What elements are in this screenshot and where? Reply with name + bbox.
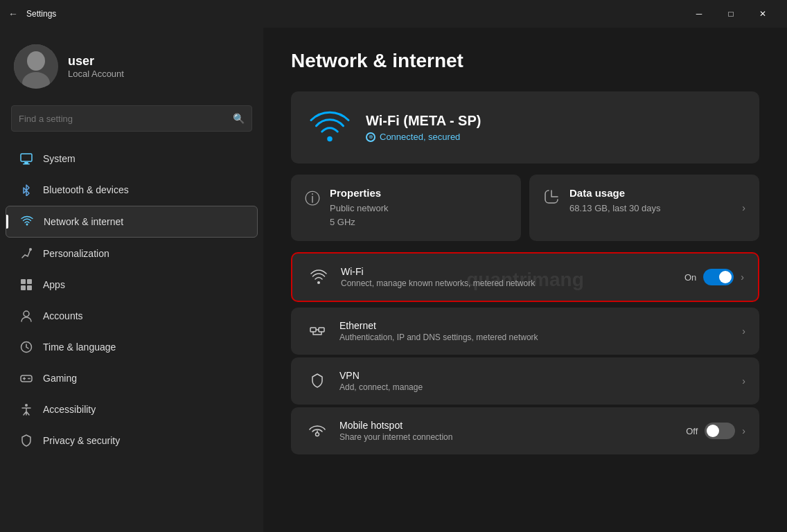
svg-rect-7 bbox=[21, 279, 26, 284]
time-icon bbox=[19, 340, 33, 354]
wifi-setting-card: Wi-Fi Connect, manage known networks, me… bbox=[291, 252, 759, 302]
ethernet-setting-row[interactable]: Ethernet Authentication, IP and DNS sett… bbox=[291, 308, 759, 355]
vpn-chevron: › bbox=[742, 375, 745, 387]
title-bar-controls: ─ □ ✕ bbox=[683, 3, 779, 25]
sidebar-item-accessibility[interactable]: Accessibility bbox=[6, 394, 258, 425]
svg-point-17 bbox=[327, 136, 333, 142]
sidebar-item-bluetooth-label: Bluetooth & devices bbox=[43, 184, 129, 195]
title-bar-left: ← Settings bbox=[8, 8, 56, 19]
network-icon bbox=[20, 215, 34, 229]
ethernet-icon bbox=[305, 319, 330, 344]
wifi-setting-desc: Connect, manage known networks, metered … bbox=[341, 278, 675, 288]
sidebar-item-time[interactable]: Time & language bbox=[6, 332, 258, 362]
app-body: user Local Account 🔍 System bbox=[0, 28, 787, 532]
avatar-image bbox=[14, 44, 58, 89]
wifi-setting-icon bbox=[306, 265, 331, 290]
bluetooth-icon bbox=[19, 183, 33, 197]
wifi-header-info: Wi-Fi (META - SP) ⊕ Connected, secured bbox=[366, 113, 481, 142]
sidebar-item-bluetooth[interactable]: Bluetooth & devices bbox=[6, 175, 258, 205]
wifi-setting-right: On › bbox=[684, 269, 744, 285]
sidebar-item-accounts[interactable]: Accounts bbox=[6, 301, 258, 331]
search-input[interactable] bbox=[19, 114, 227, 124]
sidebar-item-apps[interactable]: Apps bbox=[6, 269, 258, 300]
page-title: Network & internet bbox=[291, 50, 759, 72]
maximize-button[interactable]: □ bbox=[715, 3, 747, 25]
svg-rect-9 bbox=[21, 285, 26, 290]
search-icon: 🔍 bbox=[233, 113, 245, 124]
svg-rect-5 bbox=[23, 163, 30, 165]
title-bar-title: Settings bbox=[26, 9, 56, 19]
hotspot-setting-title: Mobile hotspot bbox=[339, 420, 676, 431]
vpn-setting-right: › bbox=[742, 375, 745, 387]
sidebar-item-gaming-label: Gaming bbox=[43, 373, 77, 384]
wifi-toggle-thumb bbox=[719, 271, 732, 283]
sidebar-item-privacy[interactable]: Privacy & security bbox=[6, 425, 258, 456]
svg-rect-4 bbox=[24, 162, 28, 163]
wifi-signal-svg bbox=[309, 107, 351, 148]
svg-point-6 bbox=[29, 248, 32, 251]
profile-account: Local Account bbox=[68, 69, 124, 79]
search-section: 🔍 bbox=[0, 100, 263, 143]
svg-point-18 bbox=[317, 281, 320, 284]
hotspot-setting-text: Mobile hotspot Share your internet conne… bbox=[339, 420, 676, 442]
sidebar-item-apps-label: Apps bbox=[43, 279, 65, 290]
hotspot-toggle-label: Off bbox=[686, 426, 698, 436]
vpn-setting-desc: Add, connect, manage bbox=[339, 382, 732, 392]
data-usage-icon bbox=[543, 188, 560, 209]
hotspot-setting-row[interactable]: Mobile hotspot Share your internet conne… bbox=[291, 407, 759, 454]
svg-point-16 bbox=[25, 404, 28, 407]
vpn-setting-text: VPN Add, connect, manage bbox=[339, 370, 732, 392]
accounts-icon bbox=[19, 309, 33, 323]
ethernet-setting-right: › bbox=[742, 326, 745, 337]
sidebar-item-accounts-label: Accounts bbox=[43, 310, 83, 321]
vpn-setting-row[interactable]: VPN Add, connect, manage › bbox=[291, 357, 759, 405]
data-usage-chevron: › bbox=[742, 202, 745, 213]
wifi-setting-row[interactable]: Wi-Fi Connect, manage known networks, me… bbox=[292, 254, 758, 301]
data-usage-card[interactable]: Data usage 68.13 GB, last 30 days › bbox=[529, 175, 759, 241]
hotspot-toggle-thumb bbox=[707, 425, 719, 437]
sidebar-item-personalization[interactable]: Personalization bbox=[6, 238, 258, 269]
accessibility-icon bbox=[19, 402, 33, 416]
svg-point-1 bbox=[27, 51, 45, 71]
data-usage-info: 68.13 GB, last 30 days bbox=[569, 202, 732, 215]
sidebar-item-network[interactable]: Network & internet bbox=[6, 206, 258, 238]
content-area: Network & internet quantrimang Wi-Fi (ME… bbox=[263, 28, 787, 532]
hotspot-setting-right: Off › bbox=[686, 423, 745, 439]
data-usage-title: Data usage bbox=[569, 187, 732, 199]
vpn-setting-title: VPN bbox=[339, 370, 732, 381]
properties-card[interactable]: ⓘ Properties Public network 5 GHz bbox=[291, 175, 521, 241]
wifi-setting-title: Wi-Fi bbox=[341, 266, 675, 277]
wifi-header-card: Wi-Fi (META - SP) ⊕ Connected, secured bbox=[291, 91, 759, 163]
title-bar: ← Settings ─ □ ✕ bbox=[0, 0, 787, 28]
properties-content: Properties Public network 5 GHz bbox=[330, 187, 507, 229]
system-icon bbox=[19, 152, 33, 166]
ethernet-setting-text: Ethernet Authentication, IP and DNS sett… bbox=[339, 320, 732, 342]
properties-row: ⓘ Properties Public network 5 GHz Data u… bbox=[291, 175, 759, 241]
svg-point-11 bbox=[24, 311, 29, 317]
sidebar-item-system[interactable]: System bbox=[6, 143, 258, 174]
status-icon: ⊕ bbox=[366, 132, 375, 142]
wifi-setting-text: Wi-Fi Connect, manage known networks, me… bbox=[341, 266, 675, 288]
ethernet-setting-title: Ethernet bbox=[339, 320, 732, 331]
svg-rect-10 bbox=[27, 285, 32, 290]
svg-point-14 bbox=[28, 378, 29, 380]
privacy-icon bbox=[19, 434, 33, 447]
properties-line2: 5 GHz bbox=[330, 215, 507, 229]
sidebar-item-network-label: Network & internet bbox=[44, 216, 123, 227]
minimize-button[interactable]: ─ bbox=[683, 3, 715, 25]
sidebar-item-gaming[interactable]: Gaming bbox=[6, 363, 258, 393]
back-button[interactable]: ← bbox=[8, 8, 18, 19]
hotspot-toggle[interactable] bbox=[705, 423, 735, 439]
sidebar-item-personalization-label: Personalization bbox=[43, 248, 109, 259]
sidebar-nav: System Bluetooth & devices Networ bbox=[0, 143, 263, 456]
properties-line1: Public network bbox=[330, 202, 507, 215]
search-box[interactable]: 🔍 bbox=[11, 105, 252, 132]
personalization-icon bbox=[19, 247, 33, 260]
vpn-setting-card: VPN Add, connect, manage › bbox=[291, 357, 759, 405]
wifi-status: ⊕ Connected, secured bbox=[366, 132, 481, 142]
profile-section[interactable]: user Local Account bbox=[0, 28, 263, 100]
close-button[interactable]: ✕ bbox=[747, 3, 779, 25]
hotspot-chevron: › bbox=[742, 425, 745, 436]
wifi-toggle[interactable] bbox=[703, 269, 734, 285]
ethernet-setting-desc: Authentication, IP and DNS settings, met… bbox=[339, 332, 732, 342]
